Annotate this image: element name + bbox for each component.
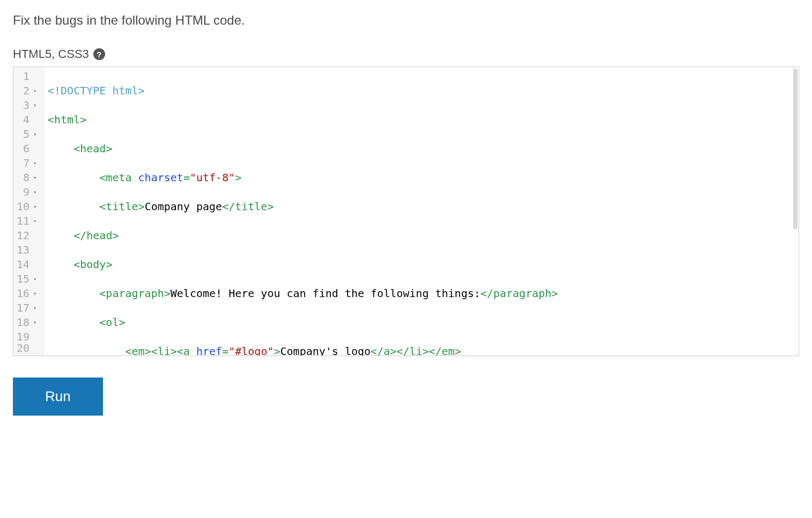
fold-marker[interactable]: ▾ [31, 286, 39, 301]
code-token: "#logo" [228, 345, 274, 356]
code-token: > [235, 171, 241, 184]
code-token: <head> [73, 142, 112, 155]
line-number: 1 [13, 69, 29, 84]
code-content[interactable]: <!DOCTYPE html> <html> <head> <meta char… [43, 67, 799, 356]
run-button[interactable]: Run [13, 378, 103, 416]
code-token: <em><li><a [126, 345, 196, 356]
fold-marker[interactable]: ▾ [31, 315, 39, 330]
code-token: = [222, 345, 228, 356]
code-token: <title> [99, 200, 144, 213]
code-token: charset [138, 171, 183, 184]
fold-marker[interactable]: ▾ [31, 171, 39, 185]
line-number: 6 [13, 142, 29, 156]
line-number: 10 [13, 199, 29, 214]
fold-marker[interactable]: ▾ [31, 199, 39, 214]
code-token: <!DOCTYPE html> [48, 84, 145, 97]
code-token: </head> [73, 229, 119, 242]
code-indent [48, 345, 126, 356]
line-number: 7 [13, 156, 29, 171]
code-token: <html> [48, 113, 86, 126]
fold-marker[interactable]: ▾ [31, 84, 39, 98]
code-token: <body> [73, 258, 112, 271]
code-token: Welcome! Here you can find the following… [171, 287, 481, 300]
instruction-text: Fix the bugs in the following HTML code. [13, 13, 799, 28]
line-number: 16 [13, 286, 29, 301]
line-number: 3 [13, 98, 29, 113]
fold-marker[interactable]: ▾ [31, 301, 39, 315]
editor-gutter: 1 2▾ 3▾ 4 5▾ 6 7▾ 8▾ 9▾ 10▾ 11▾ 12 13 14… [13, 67, 43, 356]
code-token: <ol> [99, 316, 125, 329]
code-token: Company page [145, 200, 223, 213]
code-token: "utf-8" [190, 171, 235, 184]
code-indent [48, 287, 99, 300]
fold-marker[interactable]: ▾ [31, 214, 39, 228]
code-indent [48, 200, 99, 213]
line-number: 11 [13, 214, 29, 228]
line-number: 4 [13, 113, 29, 127]
line-number: 20 [13, 344, 29, 352]
code-token: </paragraph> [481, 287, 558, 300]
line-number: 2 [13, 84, 29, 98]
line-number: 13 [13, 243, 29, 257]
line-number: 17 [13, 301, 29, 315]
code-token: </title> [222, 200, 274, 213]
fold-marker[interactable]: ▾ [31, 156, 39, 171]
code-token: Company's logo [280, 345, 371, 356]
fold-marker[interactable]: ▾ [31, 98, 39, 113]
line-number: 15 [13, 272, 29, 286]
line-number: 19 [13, 330, 29, 344]
fold-marker[interactable]: ▾ [31, 127, 39, 142]
line-number: 14 [13, 257, 29, 272]
code-token: </a></li></em> [371, 345, 461, 356]
language-label-row: HTML5, CSS3 ? [13, 47, 799, 61]
line-number: 18 [13, 315, 29, 330]
fold-marker[interactable]: ▾ [31, 272, 39, 286]
code-indent [48, 229, 73, 242]
line-number: 9 [13, 185, 29, 199]
help-icon[interactable]: ? [93, 48, 105, 60]
code-indent [48, 316, 99, 329]
line-number: 5 [13, 127, 29, 142]
code-indent [48, 258, 73, 271]
line-number: 8 [13, 171, 29, 185]
language-label: HTML5, CSS3 [13, 47, 89, 61]
scrollbar-thumb[interactable] [793, 69, 798, 230]
code-token: <paragraph> [99, 287, 170, 300]
code-indent [48, 171, 99, 184]
line-number: 12 [13, 228, 29, 243]
code-editor[interactable]: 1 2▾ 3▾ 4 5▾ 6 7▾ 8▾ 9▾ 10▾ 11▾ 12 13 14… [13, 66, 799, 356]
code-token: href [196, 345, 222, 356]
code-token: = [183, 171, 190, 184]
code-indent [48, 142, 73, 155]
fold-marker[interactable]: ▾ [31, 185, 39, 199]
code-token: <meta [99, 171, 138, 184]
code-token: > [274, 345, 280, 356]
